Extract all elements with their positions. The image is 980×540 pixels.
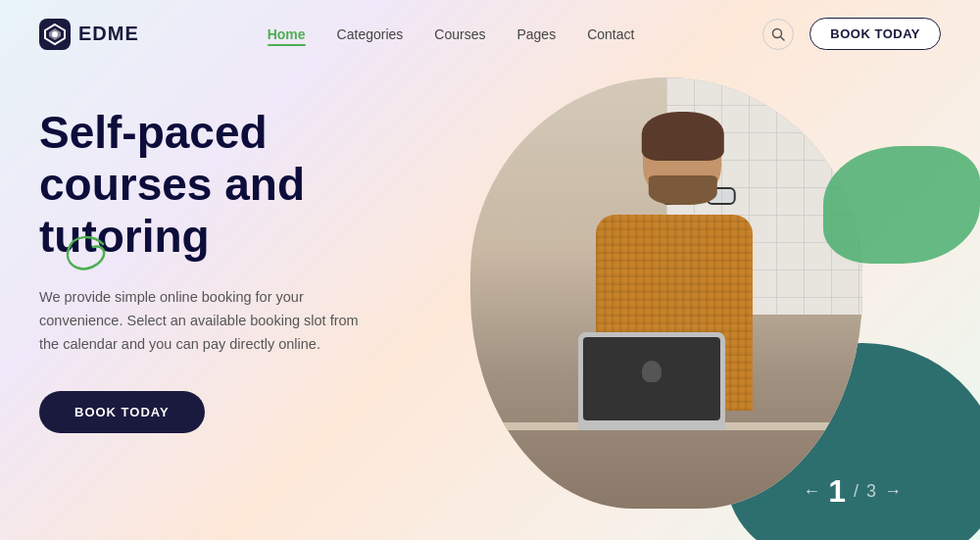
hero-description: We provide simple online booking for you…	[39, 286, 372, 357]
hero-image-section: ← 1 / 3 →	[451, 68, 941, 539]
nav-actions: BOOK TODAY	[762, 18, 941, 50]
nav-item-courses[interactable]: Courses	[434, 26, 485, 42]
pagination-separator: /	[854, 481, 858, 502]
pagination-current: 1	[828, 473, 846, 510]
header: EDME Home Categories Courses Pages Conta…	[0, 0, 980, 68]
pagination-total: 3	[866, 481, 876, 502]
nav-item-categories[interactable]: Categories	[337, 26, 404, 42]
nav-item-pages[interactable]: Pages	[516, 26, 556, 42]
logo-text: EDME	[78, 23, 139, 45]
hero-text-section: Self-paced courses and tutoring We provi…	[39, 68, 451, 433]
pagination-next-arrow[interactable]: →	[884, 481, 902, 502]
search-button[interactable]	[762, 19, 794, 50]
svg-line-5	[781, 36, 785, 40]
laptop	[578, 332, 725, 430]
green-blob-decoration	[823, 146, 980, 264]
laptop-logo	[642, 361, 662, 382]
person-photo	[470, 77, 862, 509]
curl-decoration	[59, 229, 118, 288]
main-content: Self-paced courses and tutoring We provi…	[0, 68, 980, 539]
search-icon	[771, 27, 785, 41]
book-today-header-button[interactable]: BOOK TODAY	[809, 18, 941, 50]
logo-icon	[39, 19, 71, 50]
pagination-prev-arrow[interactable]: ←	[803, 481, 820, 502]
pagination: ← 1 / 3 →	[803, 473, 902, 510]
person-beard	[649, 175, 717, 205]
nav: Home Categories Courses Pages Contact	[268, 26, 635, 42]
svg-point-3	[52, 31, 58, 37]
hero-image-blob	[470, 77, 862, 509]
nav-item-contact[interactable]: Contact	[587, 26, 634, 42]
logo: EDME	[39, 19, 139, 50]
nav-item-home[interactable]: Home	[268, 26, 306, 42]
person-hair	[642, 112, 724, 161]
book-today-hero-button[interactable]: BOOK TODAY	[39, 391, 205, 433]
